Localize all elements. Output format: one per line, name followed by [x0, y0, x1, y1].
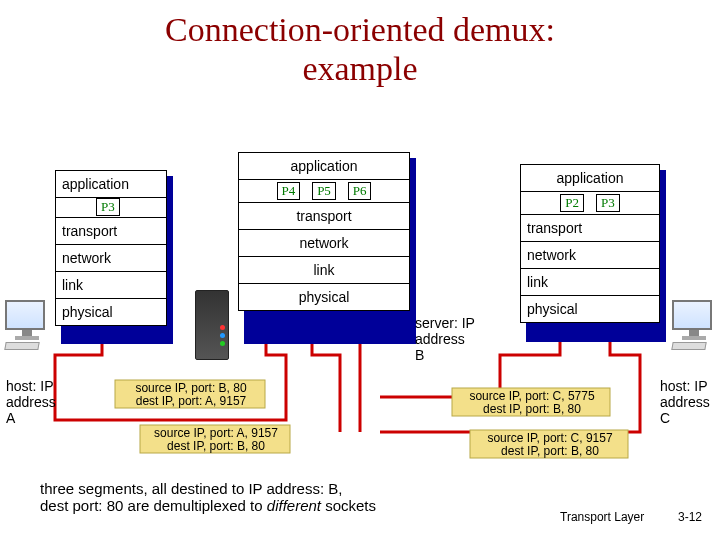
label-host-a: host: IP address A — [6, 378, 56, 426]
host-a-monitor — [5, 300, 49, 350]
label-server-b: server: IP address B — [415, 315, 475, 363]
packet-a-to-b: source IP, port: A, 9157 dest IP, port: … — [143, 427, 289, 453]
slide-number: 3-12 — [678, 510, 702, 524]
t: three segments, all destined to IP addre… — [40, 480, 342, 497]
packet-c5775-to-b: source IP, port: C, 5775 dest IP, port: … — [455, 390, 609, 416]
t: server: IP — [415, 315, 475, 331]
caption: three segments, all destined to IP addre… — [40, 480, 376, 515]
layer-app: application — [56, 171, 166, 198]
t: dest IP, port: A, 9157 — [136, 394, 247, 408]
t: source IP, port: A, 9157 — [154, 426, 278, 440]
t: different — [267, 497, 321, 514]
t: A — [6, 410, 15, 426]
t: dest IP, port: B, 80 — [483, 402, 581, 416]
t: dest IP, port: B, 80 — [167, 439, 265, 453]
process-p2: P2 — [560, 194, 584, 212]
layer-link: link — [239, 257, 409, 284]
t: host: IP — [6, 378, 53, 394]
t: dest port: 80 are demultiplexed to — [40, 497, 267, 514]
layer-link: link — [521, 269, 659, 296]
t: dest IP, port: B, 80 — [501, 444, 599, 458]
layer-network: network — [239, 230, 409, 257]
app-label: application — [62, 176, 129, 192]
process-p5: P5 — [312, 182, 336, 200]
server-b-tower — [195, 290, 229, 360]
t: C — [660, 410, 670, 426]
t: source IP, port: C, 9157 — [487, 431, 612, 445]
process-p6: P6 — [348, 182, 372, 200]
layer-transport: transport — [521, 215, 659, 242]
t: source IP, port: B, 80 — [135, 381, 246, 395]
t: address — [660, 394, 710, 410]
layer-transport: transport — [239, 203, 409, 230]
packet-b-to-a: source IP, port: B, 80 dest IP, port: A,… — [118, 382, 264, 408]
layer-app: application — [521, 165, 659, 192]
t: B — [415, 347, 424, 363]
host-c-monitor — [672, 300, 716, 350]
layer-app: application — [239, 153, 409, 180]
layer-physical: physical — [56, 299, 166, 325]
process-row: P3 — [56, 198, 166, 218]
process-row: P4 P5 P6 — [239, 180, 409, 203]
t: address — [6, 394, 56, 410]
process-row: P2 P3 — [521, 192, 659, 215]
t: address — [415, 331, 465, 347]
layer-link: link — [56, 272, 166, 299]
label-host-c: host: IP address C — [660, 378, 710, 426]
layer-transport: transport — [56, 218, 166, 245]
t: sockets — [321, 497, 376, 514]
layer-network: network — [521, 242, 659, 269]
t: host: IP — [660, 378, 707, 394]
process-p3: P3 — [596, 194, 620, 212]
footer-label: Transport Layer — [560, 510, 644, 524]
packet-c9157-to-b: source IP, port: C, 9157 dest IP, port: … — [473, 432, 627, 458]
layer-network: network — [56, 245, 166, 272]
layer-physical: physical — [521, 296, 659, 322]
process-p4: P4 — [277, 182, 301, 200]
process-p3: P3 — [96, 198, 120, 216]
t: source IP, port: C, 5775 — [469, 389, 594, 403]
layer-physical: physical — [239, 284, 409, 310]
